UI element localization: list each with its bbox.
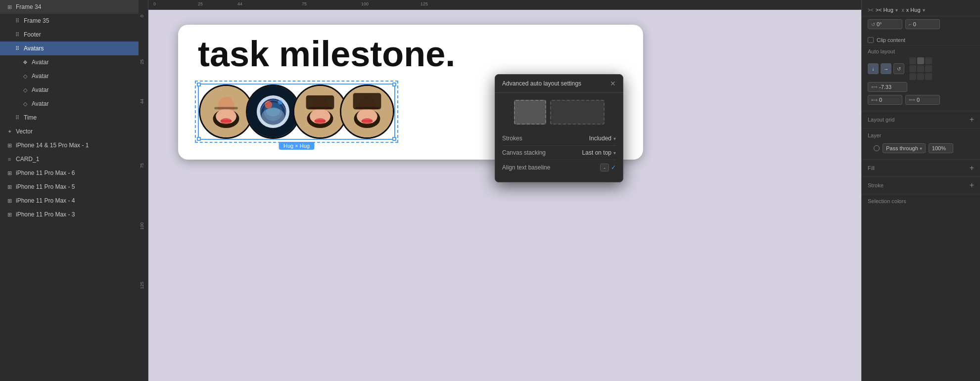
sidebar-item-iphone11-4[interactable]: ⊞ iPhone 11 Pro Max - 4 xyxy=(0,194,139,208)
modal-title: Advanced auto layout settings xyxy=(502,80,581,87)
align-text-label: Align text baseline xyxy=(502,164,550,171)
align-dot[interactable] xyxy=(909,73,916,80)
bars-icon: ⠿ xyxy=(14,45,21,52)
svg-rect-30 xyxy=(353,93,381,109)
width-hug-group[interactable]: >< >< Hug ▾ xyxy=(868,7,898,13)
canvas-stacking-label: Canvas stacking xyxy=(502,149,546,156)
sidebar-item-vector[interactable]: ✦ Vector xyxy=(0,125,139,138)
add-stroke-button[interactable]: + xyxy=(970,181,974,190)
rotation-input[interactable]: ↺ 0° xyxy=(868,19,902,29)
align-dot-active[interactable] xyxy=(917,57,924,64)
resize-vertical-icon: x xyxy=(902,7,904,13)
align-dot[interactable] xyxy=(925,57,932,64)
canvas-stacking-value[interactable]: Last on top ▾ xyxy=(582,149,616,156)
alignment-grid xyxy=(909,57,932,80)
sidebar-item-time[interactable]: ⠿ Time xyxy=(0,111,139,125)
height-hug-group[interactable]: x x Hug ▾ xyxy=(902,7,925,13)
align-dot[interactable] xyxy=(909,65,916,72)
align-dot[interactable] xyxy=(925,73,932,80)
canvas-content: task milestone. xyxy=(148,10,861,381)
stroke-header: Stroke + xyxy=(868,181,974,190)
left-sidebar: ⊞ Frame 34 ⠿ Frame 35 ⠿ Footer ⠿ Avatars… xyxy=(0,0,139,381)
rotation-icon: ↺ xyxy=(871,22,875,27)
sidebar-item-label: Avatar xyxy=(32,86,48,93)
sidebar-item-card1[interactable]: ≡ CARD_1 xyxy=(0,152,139,166)
align-dot[interactable] xyxy=(917,65,924,72)
sidebar-item-label: iPhone 11 Pro Max - 5 xyxy=(16,183,75,190)
wrap-button[interactable]: ↺ xyxy=(893,63,904,74)
diagram-box-right[interactable] xyxy=(550,100,605,125)
sidebar-item-footer[interactable]: ⠿ Footer xyxy=(0,28,139,42)
chevron-down-icon[interactable]: ▾ xyxy=(895,7,898,13)
svg-point-14 xyxy=(261,108,284,125)
opacity-input[interactable]: 100% xyxy=(929,143,953,153)
canvas-stacking-row: Canvas stacking Last on top ▾ xyxy=(502,146,616,160)
layout-grid-header: Layout grid + xyxy=(868,115,974,124)
strokes-label: Strokes xyxy=(502,135,522,142)
ruler-top: 0 25 44 75 100 125 xyxy=(139,0,861,10)
sidebar-item-iphone11-3[interactable]: ⊞ iPhone 11 Pro Max - 3 xyxy=(0,208,139,221)
chevron-down-icon: ▾ xyxy=(613,136,616,141)
layer-mode-dropdown[interactable]: Pass through ▾ xyxy=(883,143,926,153)
sidebar-item-label: Avatars xyxy=(24,45,44,52)
strokes-value[interactable]: Included ▾ xyxy=(589,135,616,142)
sidebar-item-label: Vector xyxy=(16,128,33,135)
sidebar-item-avatar4[interactable]: ◇ Avatar xyxy=(0,97,139,111)
sidebar-item-label: CARD_1 xyxy=(16,156,39,163)
fill-section: Fill + xyxy=(862,160,980,177)
sidebar-item-iphone11-5[interactable]: ⊞ iPhone 11 Pro Max - 5 xyxy=(0,180,139,194)
stroke-section: Stroke + xyxy=(862,177,980,194)
align-text-baseline-row: Align text baseline - ✓ xyxy=(502,160,616,175)
corner-radius-input[interactable]: ⌐ 0 xyxy=(905,19,940,29)
width-hug-label: >< Hug xyxy=(876,7,893,13)
direction-right-button[interactable]: → xyxy=(881,63,891,74)
sidebar-item-iphone11-6[interactable]: ⊞ iPhone 11 Pro Max - 6 xyxy=(0,166,139,180)
add-grid-button[interactable]: + xyxy=(970,115,974,124)
layout-grid-section: Layout grid + xyxy=(862,111,980,128)
canvas-area[interactable]: 0 25 44 75 100 125 0 25 44 75 100 125 ta… xyxy=(139,0,861,381)
chevron-down-icon[interactable]: ▾ xyxy=(923,7,925,13)
sidebar-item-frame34[interactable]: ⊞ Frame 34 xyxy=(0,0,139,14)
modal-header: Advanced auto layout settings ✕ xyxy=(495,75,623,93)
dash-button[interactable]: - xyxy=(600,164,609,171)
sidebar-item-label: Frame 35 xyxy=(24,17,49,24)
auto-layout-title: Auto layout xyxy=(868,48,974,54)
sidebar-item-avatar2[interactable]: ◇ Avatar xyxy=(0,69,139,83)
padding-h-input[interactable]: ⟷ 0 xyxy=(868,95,902,105)
modal-diagram xyxy=(502,100,616,125)
add-fill-button[interactable]: + xyxy=(970,164,974,172)
layout-grid-title: Layout grid xyxy=(868,117,894,123)
modal-close-button[interactable]: ✕ xyxy=(610,80,616,87)
direction-down-button[interactable]: ↓ xyxy=(868,63,879,74)
hug-dimensions-row: >< >< Hug ▾ x x Hug ▾ xyxy=(862,4,980,16)
sidebar-item-iphone14[interactable]: ⊞ iPhone 14 & 15 Pro Max - 1 xyxy=(0,138,139,152)
align-text-controls: - ✓ xyxy=(600,164,616,171)
spacing-icon: ⟺ xyxy=(871,85,878,89)
spacing-row: ⟺ -7.33 xyxy=(868,82,974,92)
padding-v-input[interactable]: ⟺ 0 xyxy=(905,95,940,105)
avatar-3 xyxy=(293,85,347,139)
layer-row: Pass through ▾ 100% xyxy=(868,141,974,155)
clip-content-checkbox[interactable] xyxy=(868,37,874,43)
align-dot[interactable] xyxy=(909,57,916,64)
spacing-input[interactable]: ⟺ -7.33 xyxy=(868,82,907,92)
sidebar-item-avatar3[interactable]: ◇ Avatar xyxy=(0,83,139,97)
check-icon[interactable]: ✓ xyxy=(611,164,616,171)
align-dot[interactable] xyxy=(925,65,932,72)
strokes-row: Strokes Included ▾ xyxy=(502,131,616,146)
avatar-1 xyxy=(199,85,253,139)
sidebar-item-avatar1[interactable]: ❖ Avatar xyxy=(0,55,139,69)
sidebar-item-frame35[interactable]: ⠿ Frame 35 xyxy=(0,14,139,28)
diagram-box-left[interactable] xyxy=(514,100,546,125)
vector-icon: ✦ xyxy=(6,128,13,135)
align-dot[interactable] xyxy=(917,73,924,80)
corner-icon: ⌐ xyxy=(909,22,912,27)
ruler-left: 0 25 44 75 100 125 xyxy=(139,0,148,381)
layer-mode-icon xyxy=(874,145,880,151)
clip-content-label: Clip content xyxy=(877,37,905,43)
sidebar-item-avatars[interactable]: ⠿ Avatars xyxy=(0,42,139,55)
selection-colors-title: Selection colors xyxy=(868,198,974,204)
avatar-2 xyxy=(246,85,300,139)
sidebar-item-label: Avatar xyxy=(32,59,48,66)
auto-layout-section: Auto layout ↓ → ↺ ⟺ -7.33 xyxy=(862,45,980,111)
